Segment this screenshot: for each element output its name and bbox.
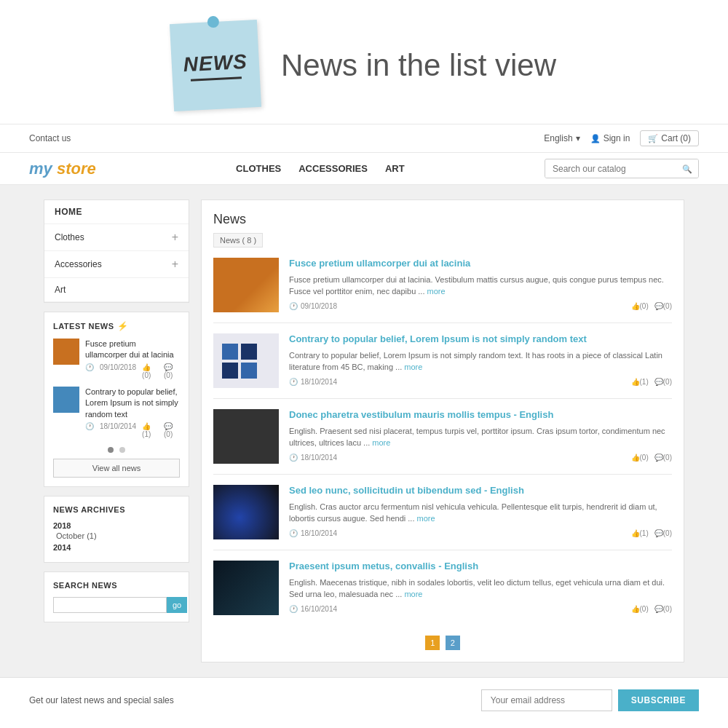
language-selector[interactable]: English (544, 133, 579, 143)
clock-icon-a2: 🕐 (289, 378, 298, 386)
carousel-dots (53, 446, 180, 454)
article-excerpt-1: Fusce pretium ullamcorper dui at lacinia… (289, 274, 672, 298)
search-news-button[interactable]: go (167, 597, 187, 613)
sq-2 (241, 344, 257, 360)
top-bar: Contact us English Sign in Cart (0) (0, 124, 728, 153)
sidebar-item-art[interactable]: Art (44, 278, 189, 302)
page-1-button[interactable]: 1 (425, 636, 440, 650)
nav-art[interactable]: ART (385, 163, 405, 174)
article-excerpt-5: English. Maecenas tristique, nibh in sod… (289, 577, 672, 601)
article-body-4: Sed leo nunc, sollicitudin ut bibendum s… (289, 485, 672, 539)
article-body-1: Fusce pretium ullamcorper dui at lacinia… (289, 258, 672, 312)
article-body-3: Donec pharetra vestibulum mauris mollis … (289, 409, 672, 464)
news-area-title: News (213, 212, 672, 227)
article-title-2[interactable]: Contrary to popular belief, Lorem Ipsum … (289, 333, 587, 344)
cart-label: Cart (0) (661, 133, 691, 143)
article-title-1[interactable]: Fusce pretium ullamcorper dui at lacinia (289, 258, 470, 269)
sidebar-item-clothes[interactable]: Clothes + (44, 224, 189, 251)
signin-link[interactable]: Sign in (590, 133, 630, 143)
latest-news-title: LATEST NEWS ⚡ (53, 321, 180, 331)
like-icon-a3: 👍(0) (631, 454, 649, 462)
article-more-1[interactable]: more (427, 287, 446, 296)
comment-icon-a2: 💬(0) (654, 378, 672, 386)
article-footer-2: 🕐 18/10/2014 👍(1) 💬(0) (289, 378, 672, 386)
language-label: English (544, 133, 572, 143)
main-wrapper: HOME Clothes + Accessories + Art LATEST … (0, 185, 728, 677)
latest-news-item-1: Fusce pretium ullamcorper dui at lacinia… (53, 339, 180, 379)
like-icon-a5: 👍(0) (631, 605, 649, 613)
nav-bar: my store CLOTHES ACCESSORIES ART (0, 153, 728, 185)
search-icon (682, 163, 692, 174)
sidebar-clothes-label: Clothes (55, 232, 84, 242)
article-stats-3: 👍(0) 💬(0) (631, 454, 672, 462)
search-news-form: go (53, 597, 180, 613)
view-all-news-button[interactable]: View all news (53, 459, 180, 478)
clock-icon-a1: 🕐 (289, 302, 298, 310)
archive-year-2014: 2014 (53, 543, 180, 552)
comment-icon-a5: 💬(0) (654, 605, 672, 613)
pagination: 1 2 (213, 636, 672, 650)
dot-2[interactable] (119, 447, 125, 453)
expand-clothes-icon: + (172, 231, 178, 244)
news-archives-block: NEWS ARCHIVES 2018 October (1) 2014 (44, 496, 189, 563)
article-thumb-2 (213, 333, 279, 388)
expand-accessories-icon: + (172, 258, 178, 271)
article-date-5: 🕐 16/10/2014 (289, 605, 337, 613)
article-date-2: 🕐 18/10/2014 (289, 378, 337, 386)
comment-icon-a4: 💬(0) (654, 529, 672, 537)
news-article-5: Praesent ipsum metus, convallis - Englis… (213, 561, 672, 625)
article-excerpt-4: English. Cras auctor arcu fermentum nisl… (289, 501, 672, 525)
comment-icon-a3: 💬(0) (654, 454, 672, 462)
article-thumb-1 (213, 258, 279, 312)
contact-link[interactable]: Contact us (29, 133, 71, 143)
article-title-5[interactable]: Praesent ipsum metus, convallis - Englis… (289, 561, 478, 571)
archive-october-2018[interactable]: October (1) (56, 531, 180, 540)
article-body-5: Praesent ipsum metus, convallis - Englis… (289, 561, 672, 615)
subscribe-button[interactable]: SUBSCRIBE (618, 689, 699, 711)
article-stats-1: 👍(0) 💬(0) (631, 302, 672, 310)
article-thumb-3 (213, 409, 279, 464)
article-date-3: 🕐 18/10/2014 (289, 454, 337, 462)
sidebar-item-accessories[interactable]: Accessories + (44, 251, 189, 278)
top-bar-right: English Sign in Cart (0) (544, 130, 699, 146)
sidebar-item-home[interactable]: HOME (44, 200, 189, 224)
like-icon-a1: 👍(0) (631, 302, 649, 310)
news-count-badge: News ( 8 ) (213, 233, 263, 248)
hero-note-text: NEWS (183, 50, 248, 76)
thumb-squares (213, 335, 279, 387)
search-news-input[interactable] (53, 597, 167, 613)
store-logo[interactable]: my store (29, 159, 96, 178)
clock-icon-a3: 🕐 (289, 454, 298, 462)
page-2-button[interactable]: 2 (446, 636, 460, 650)
article-thumb-5 (213, 561, 279, 615)
article-more-4[interactable]: more (417, 514, 435, 523)
search-button[interactable] (676, 159, 698, 178)
article-more-5[interactable]: more (404, 590, 422, 598)
news-article-2: Contrary to popular belief, Lorem Ipsum … (213, 333, 672, 399)
article-title-3[interactable]: Donec pharetra vestibulum mauris mollis … (289, 409, 553, 420)
like-icon-a2: 👍(1) (631, 378, 649, 386)
news-flash-icon: ⚡ (117, 321, 129, 331)
news-thumb-1 (53, 339, 79, 365)
article-stats-4: 👍(1) 💬(0) (631, 529, 672, 537)
cart-icon (648, 133, 658, 143)
dot-1[interactable] (108, 447, 114, 453)
sq-3 (222, 363, 238, 379)
article-more-3[interactable]: more (372, 438, 390, 447)
search-input[interactable] (545, 160, 676, 178)
sidebar: HOME Clothes + Accessories + Art LATEST … (44, 199, 189, 662)
clock-icon-a5: 🕐 (289, 605, 298, 613)
email-input[interactable] (481, 689, 612, 711)
nav-clothes[interactable]: CLOTHES (236, 163, 281, 174)
cart-button[interactable]: Cart (0) (640, 130, 699, 146)
latest-news-block: LATEST NEWS ⚡ Fusce pretium ullamcorper … (44, 312, 189, 487)
nav-accessories[interactable]: ACCESSORIES (298, 163, 368, 174)
article-more-2[interactable]: more (404, 363, 422, 371)
sq-1 (222, 344, 238, 360)
search-news-title: SEARCH NEWS (53, 581, 180, 590)
main-inner: HOME Clothes + Accessories + Art LATEST … (44, 199, 684, 662)
article-date-1: 🕐 09/10/2018 (289, 302, 337, 310)
article-footer-5: 🕐 16/10/2014 👍(0) 💬(0) (289, 605, 672, 613)
article-footer-3: 🕐 18/10/2014 👍(0) 💬(0) (289, 454, 672, 462)
article-title-4[interactable]: Sed leo nunc, sollicitudin ut bibendum s… (289, 485, 524, 496)
